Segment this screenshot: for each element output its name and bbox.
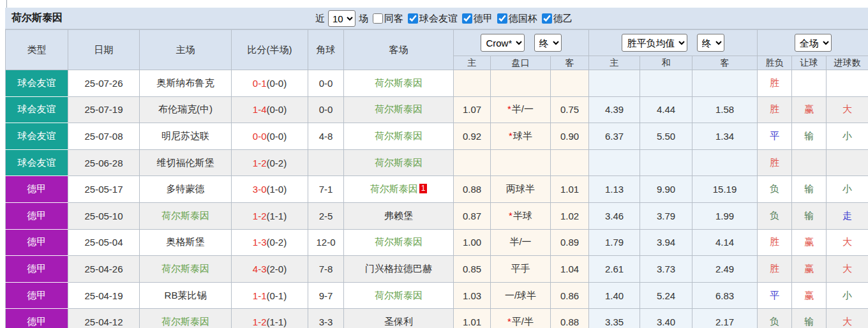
- subcol-avg-draw: 和: [640, 56, 692, 70]
- avg-odds-header: 胜平负均值 终: [589, 30, 758, 56]
- match-row: 球会友谊25-06-28维切福伦斯堡1-2(0-2)荷尔斯泰因胜: [6, 149, 868, 176]
- avg-odds-away: 6.83: [692, 282, 758, 309]
- handicap-odds-away: 0.86: [551, 282, 589, 309]
- handicap-odds-home: 0.85: [454, 256, 491, 283]
- competition-label: 德国杯: [509, 13, 537, 25]
- league-badge: 球会友谊: [6, 123, 68, 150]
- away-team: 荷尔斯泰因: [375, 157, 423, 168]
- subcol-avg-away: 客: [692, 56, 758, 70]
- fulltime-score: 1-2: [253, 317, 267, 327]
- corner-cell: 0-0: [308, 96, 344, 123]
- fulltime-score: 0-0: [253, 131, 267, 142]
- top-strip: [0, 0, 868, 8]
- handicap-odds-home: [454, 149, 491, 176]
- handicap-line: [491, 70, 551, 97]
- handicap-line: 平手: [491, 256, 551, 283]
- halftime-score: (1-1): [267, 211, 287, 221]
- competition-checkbox-bundesliga2[interactable]: [542, 13, 552, 24]
- handicap-odds-away: 0.90: [551, 123, 589, 150]
- halftime-score: (1-0): [267, 184, 287, 195]
- competition-label: 德乙: [553, 13, 572, 25]
- subcol-avg-home: 主: [589, 56, 640, 70]
- recent-count-select[interactable]: 10: [328, 10, 355, 27]
- league-badge: 德甲: [6, 229, 68, 256]
- league-badge: 球会友谊: [6, 96, 68, 123]
- fulltime-score: 1-3: [253, 237, 267, 248]
- score-cell: 1-2(0-2): [232, 149, 308, 176]
- halftime-score: (0-0): [267, 104, 287, 115]
- result-goals: 大: [827, 309, 868, 328]
- result-wdl: 平: [758, 123, 792, 150]
- avg-odds-away: 2.49: [692, 256, 758, 283]
- handicap-line: *半球: [491, 202, 551, 229]
- games-label: 场: [359, 13, 368, 25]
- handicap-line: 半/一: [491, 229, 551, 256]
- score-cell: 3-0(1-0): [232, 176, 308, 203]
- live-odds-star: *: [507, 103, 511, 114]
- result-wdl: 胜: [758, 256, 792, 283]
- corner-cell: 2-5: [308, 202, 344, 229]
- handicap-odds-away: 1.04: [551, 256, 589, 283]
- result-scope-header: 全场: [758, 30, 868, 56]
- away-team-cell: 荷尔斯泰因: [344, 229, 454, 256]
- same-venue-checkbox[interactable]: [373, 13, 383, 24]
- competition-label: 德甲: [474, 13, 493, 25]
- handicap-odds-home: 0.88: [454, 176, 491, 203]
- same-venue-filter: 同客: [373, 13, 403, 25]
- home-team: 奥斯纳布鲁克: [157, 77, 214, 88]
- away-team: 荷尔斯泰因: [375, 103, 423, 114]
- avg-odds-draw: [640, 149, 692, 176]
- avg-odds-draw: 9.90: [640, 176, 692, 203]
- handicap-odds-home: 1.01: [454, 309, 491, 328]
- same-venue-label: 同客: [384, 13, 403, 25]
- avg-odds-home: [589, 70, 640, 97]
- result-goals: 小: [827, 282, 868, 309]
- table-body: 球会友谊25-07-26奥斯纳布鲁克0-1(0-0)0-0荷尔斯泰因胜球会友谊2…: [6, 70, 868, 328]
- avg-odds-away: 15.19: [692, 176, 758, 203]
- away-team: 圣保利: [384, 316, 413, 327]
- home-team: 多特蒙德: [167, 183, 205, 194]
- avg-odds-draw: 5.50: [640, 123, 692, 150]
- avg-time-select[interactable]: 终: [697, 34, 724, 52]
- avg-odds-home: 2.61: [589, 256, 640, 283]
- result-handicap: 赢: [792, 282, 827, 309]
- fulltime-score: 4-3: [253, 264, 267, 274]
- home-team-cell: 奥斯纳布鲁克: [140, 70, 232, 97]
- home-team: 荷尔斯泰因: [161, 316, 209, 327]
- league-badge: 德甲: [6, 256, 68, 283]
- handicap-odds-away: 1.01: [551, 176, 589, 203]
- col-header-corner: 角球: [308, 30, 344, 70]
- match-date: 25-07-19: [68, 96, 140, 123]
- corner-cell: 9-7: [308, 282, 344, 309]
- away-team-cell: 荷尔斯泰因: [344, 70, 454, 97]
- match-row: 德甲25-04-26荷尔斯泰因4-3(2-0)7-8门兴格拉德巴赫0.85平手1…: [6, 256, 868, 283]
- corner-cell: 7-1: [308, 176, 344, 203]
- subcol-handicap: 盘口: [491, 56, 551, 70]
- handicap-line: [491, 149, 551, 176]
- result-goals: 大: [827, 229, 868, 256]
- result-goals: 小: [827, 123, 868, 150]
- avg-type-select[interactable]: 胜平负均值: [622, 34, 687, 52]
- match-row: 德甲25-05-17多特蒙德3-0(1-0)7-1荷尔斯泰因10.88两球半1.…: [6, 176, 868, 203]
- avg-odds-away: 4.14: [692, 229, 758, 256]
- competition-checkbox-bundesliga[interactable]: [462, 13, 472, 24]
- away-team-cell: 荷尔斯泰因: [344, 149, 454, 176]
- handicap-line: 一/球半: [491, 282, 551, 309]
- competition-checkbox-friendly[interactable]: [408, 13, 418, 24]
- corner-cell: 4-8: [308, 123, 344, 150]
- competition-checkbox-pokal[interactable]: [497, 13, 507, 24]
- odds-provider-select[interactable]: Crow*: [481, 34, 525, 52]
- result-wdl: 胜: [758, 229, 792, 256]
- avg-odds-draw: 3.79: [640, 202, 692, 229]
- odds-time-select[interactable]: 终: [534, 34, 562, 52]
- live-odds-star: *: [509, 210, 513, 221]
- result-wdl: 负: [758, 309, 792, 328]
- handicap-odds-away: [551, 70, 589, 97]
- avg-odds-home: 3.46: [589, 202, 640, 229]
- handicap-odds-away: 0.75: [551, 96, 589, 123]
- avg-odds-away: 1.58: [692, 96, 758, 123]
- scope-select[interactable]: 全场: [795, 34, 832, 52]
- handicap-odds-home: 1.03: [454, 282, 491, 309]
- result-wdl: 胜: [758, 70, 792, 97]
- away-team: 弗赖堡: [384, 210, 413, 221]
